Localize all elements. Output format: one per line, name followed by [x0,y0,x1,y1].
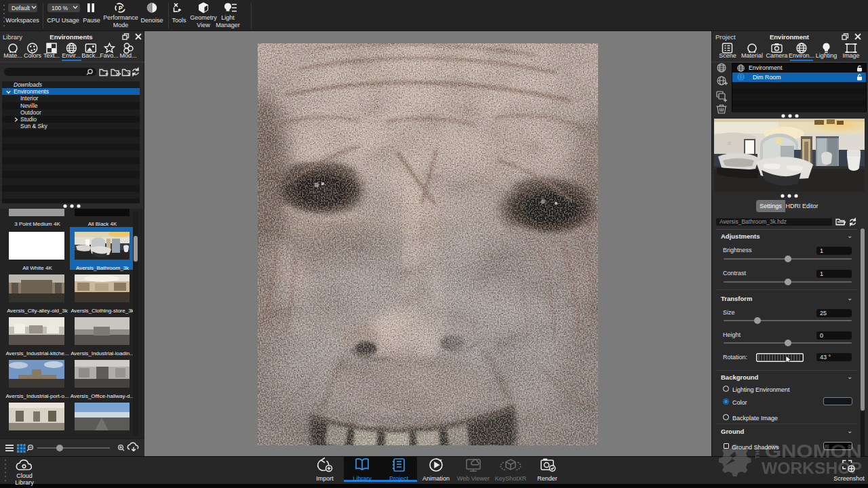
svg-text:THE: THE [754,446,761,460]
svg-text:Default: Default [12,5,31,12]
svg-text:P: P [119,5,123,12]
svg-text:GNOMON: GNOMON [765,441,862,462]
svg-text:100 %: 100 % [52,5,68,12]
svg-text:WORKSHOP: WORKSHOP [762,460,862,477]
